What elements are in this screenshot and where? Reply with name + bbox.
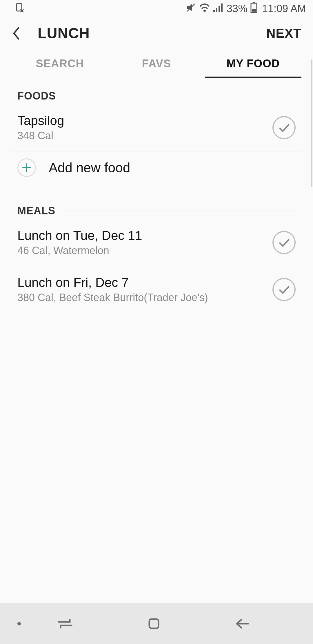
svg-rect-14 <box>149 619 159 628</box>
section-label: FOODS <box>17 90 56 102</box>
check-icon <box>278 121 290 134</box>
food-title: Tapsilog <box>17 113 258 128</box>
svg-rect-11 <box>252 9 256 12</box>
svg-point-4 <box>203 10 206 12</box>
system-nav-bar <box>0 603 313 644</box>
meal-title: Lunch on Fri, Dec 7 <box>17 275 272 290</box>
status-bar: 33% 11:09 AM <box>0 0 313 17</box>
svg-rect-5 <box>213 10 215 12</box>
recent-icon <box>57 618 73 629</box>
battery-icon <box>250 2 257 15</box>
check-icon <box>278 236 290 249</box>
svg-rect-8 <box>221 3 223 12</box>
clock-text: 11:09 AM <box>262 3 306 15</box>
tab-my-food[interactable]: MY FOOD <box>205 49 301 78</box>
food-item[interactable]: Tapsilog 348 Cal <box>0 104 313 151</box>
add-new-food-label: Add new food <box>49 160 130 176</box>
sim-icon <box>16 3 24 15</box>
nav-home-button[interactable] <box>110 617 198 631</box>
food-subtitle: 348 Cal <box>17 130 258 142</box>
svg-rect-6 <box>216 8 217 12</box>
section-label: MEALS <box>17 205 55 217</box>
back-arrow-icon <box>235 617 250 630</box>
meal-title: Lunch on Tue, Dec 11 <box>17 228 272 243</box>
nav-back-button[interactable] <box>198 617 287 630</box>
plus-icon <box>17 158 36 177</box>
svg-rect-7 <box>219 6 220 12</box>
next-button[interactable]: NEXT <box>266 26 301 41</box>
signal-icon <box>213 3 224 15</box>
scroll-indicator <box>311 59 312 187</box>
back-button[interactable] <box>12 26 29 41</box>
meal-item[interactable]: Lunch on Tue, Dec 11 46 Cal, Watermelon <box>0 219 313 266</box>
section-header-foods: FOODS <box>0 78 313 104</box>
chevron-left-icon <box>12 26 20 41</box>
add-new-food[interactable]: Add new food <box>0 151 313 187</box>
check-icon <box>278 283 290 296</box>
nav-dot-icon <box>17 622 21 625</box>
meal-item[interactable]: Lunch on Fri, Dec 7 380 Cal, Beef Steak … <box>0 266 313 313</box>
section-header-meals: MEALS <box>0 187 313 219</box>
home-icon <box>147 617 161 631</box>
tab-favs[interactable]: FAVS <box>108 49 205 78</box>
page-title: LUNCH <box>38 25 90 42</box>
meal-subtitle: 46 Cal, Watermelon <box>17 245 272 257</box>
tabs: SEARCH FAVS MY FOOD <box>12 49 301 78</box>
add-meal-check[interactable] <box>272 278 296 301</box>
mute-icon <box>186 3 196 15</box>
add-food-check[interactable] <box>272 116 296 139</box>
meal-subtitle: 380 Cal, Beef Steak Burrito(Trader Joe's… <box>17 292 272 304</box>
add-meal-check[interactable] <box>272 231 296 254</box>
nav-recent-button[interactable] <box>21 618 110 629</box>
wifi-icon <box>199 3 210 15</box>
battery-percent: 33% <box>227 3 248 15</box>
tab-search[interactable]: SEARCH <box>12 49 108 78</box>
app-header: LUNCH NEXT <box>0 17 313 49</box>
